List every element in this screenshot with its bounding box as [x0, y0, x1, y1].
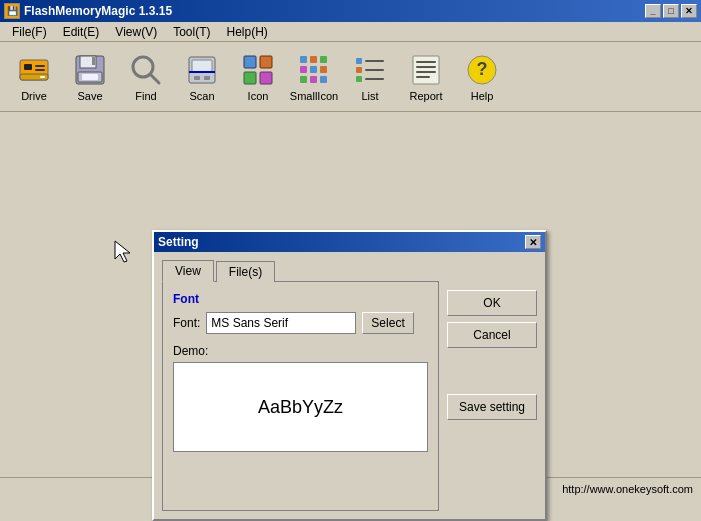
maximize-button[interactable]: □ [663, 4, 679, 18]
svg-text:?: ? [477, 59, 488, 79]
svg-rect-28 [300, 76, 307, 83]
menu-tool[interactable]: Tool(T) [165, 23, 218, 41]
dialog-title-bar: Setting ✕ [154, 232, 545, 252]
toolbar-icon-button[interactable]: Icon [232, 47, 284, 107]
svg-rect-1 [24, 64, 32, 70]
help-label: Help [471, 90, 494, 102]
svg-rect-2 [35, 65, 45, 67]
svg-rect-21 [260, 72, 272, 84]
menu-help[interactable]: Help(H) [219, 23, 276, 41]
svg-rect-17 [204, 76, 210, 80]
scan-label: Scan [189, 90, 214, 102]
find-label: Find [135, 90, 156, 102]
drive-label: Drive [21, 90, 47, 102]
app-title: FlashMemoryMagic 1.3.15 [24, 4, 643, 18]
svg-rect-27 [320, 66, 327, 73]
svg-rect-41 [416, 76, 430, 78]
dialog-body: View File(s) Font Font: Select Demo: AaB… [154, 252, 545, 519]
toolbar-scan-button[interactable]: Scan [176, 47, 228, 107]
svg-line-12 [151, 75, 159, 83]
status-url: http://www.onekeysoft.com [562, 483, 693, 495]
drive-icon [16, 52, 52, 88]
svg-rect-19 [260, 56, 272, 68]
menu-bar: File(F) Edit(E) View(V) Tool(T) Help(H) [0, 22, 701, 42]
svg-rect-34 [365, 69, 384, 71]
svg-rect-18 [244, 56, 256, 68]
cancel-button[interactable]: Cancel [447, 322, 537, 348]
toolbar-help-button[interactable]: ? Help [456, 47, 508, 107]
icon-label: Icon [248, 90, 269, 102]
svg-rect-38 [416, 61, 436, 63]
svg-rect-8 [92, 57, 95, 65]
report-view-icon [408, 52, 444, 88]
svg-rect-37 [413, 56, 439, 84]
toolbar: Drive Save Find [0, 42, 701, 112]
dialog-close-button[interactable]: ✕ [525, 235, 541, 249]
ok-button[interactable]: OK [447, 290, 537, 316]
svg-rect-33 [356, 67, 362, 73]
dialog-buttons: OK Cancel Save setting [447, 260, 537, 511]
svg-rect-3 [35, 69, 45, 71]
tab-strip: View File(s) [162, 260, 439, 282]
setting-dialog: Setting ✕ View File(s) Font Font: Select [152, 230, 547, 521]
toolbar-smallicon-button[interactable]: SmallIcon [288, 47, 340, 107]
tab-panel: View File(s) Font Font: Select Demo: AaB… [162, 260, 439, 511]
close-button[interactable]: ✕ [681, 4, 697, 18]
svg-rect-5 [40, 76, 45, 78]
toolbar-find-button[interactable]: Find [120, 47, 172, 107]
tab-files[interactable]: File(s) [216, 261, 275, 282]
menu-edit[interactable]: Edit(E) [55, 23, 108, 41]
font-section-label: Font [173, 292, 428, 306]
svg-rect-30 [320, 76, 327, 83]
save-setting-button[interactable]: Save setting [447, 394, 537, 420]
svg-rect-24 [320, 56, 327, 63]
save-icon [72, 52, 108, 88]
tab-view[interactable]: View [162, 260, 214, 282]
select-button[interactable]: Select [362, 312, 413, 334]
svg-rect-20 [244, 72, 256, 84]
help-icon: ? [464, 52, 500, 88]
svg-rect-10 [82, 74, 98, 80]
toolbar-drive-button[interactable]: Drive [8, 47, 60, 107]
report-label: Report [409, 90, 442, 102]
minimize-button[interactable]: _ [645, 4, 661, 18]
svg-rect-23 [310, 56, 317, 63]
toolbar-list-button[interactable]: List [344, 47, 396, 107]
svg-rect-31 [356, 58, 362, 64]
demo-label: Demo: [173, 344, 428, 358]
smallicon-label: SmallIcon [290, 90, 338, 102]
svg-rect-39 [416, 66, 436, 68]
svg-rect-25 [300, 66, 307, 73]
font-row: Font: Select [173, 312, 428, 334]
icon-view-icon [240, 52, 276, 88]
cursor [113, 239, 133, 266]
svg-rect-14 [192, 60, 212, 72]
svg-rect-32 [365, 60, 384, 62]
svg-rect-22 [300, 56, 307, 63]
main-area: Setting ✕ View File(s) Font Font: Select [0, 112, 701, 499]
svg-rect-29 [310, 76, 317, 83]
save-label: Save [77, 90, 102, 102]
menu-view[interactable]: View(V) [107, 23, 165, 41]
smallicon-view-icon [296, 52, 332, 88]
find-icon [128, 52, 164, 88]
svg-marker-44 [115, 241, 130, 262]
title-bar: 💾 FlashMemoryMagic 1.3.15 _ □ ✕ [0, 0, 701, 22]
list-view-icon [352, 52, 388, 88]
svg-rect-36 [365, 78, 384, 80]
menu-file[interactable]: File(F) [4, 23, 55, 41]
tab-content: Font Font: Select Demo: AaBbYyZz [162, 281, 439, 511]
list-label: List [361, 90, 378, 102]
demo-box: AaBbYyZz [173, 362, 428, 452]
toolbar-report-button[interactable]: Report [400, 47, 452, 107]
font-label: Font: [173, 316, 200, 330]
font-input[interactable] [206, 312, 356, 334]
svg-rect-40 [416, 71, 436, 73]
toolbar-save-button[interactable]: Save [64, 47, 116, 107]
dialog-title: Setting [158, 235, 525, 249]
app-icon: 💾 [4, 3, 20, 19]
demo-text: AaBbYyZz [258, 397, 343, 418]
svg-rect-35 [356, 76, 362, 82]
svg-rect-26 [310, 66, 317, 73]
svg-rect-16 [194, 76, 200, 80]
